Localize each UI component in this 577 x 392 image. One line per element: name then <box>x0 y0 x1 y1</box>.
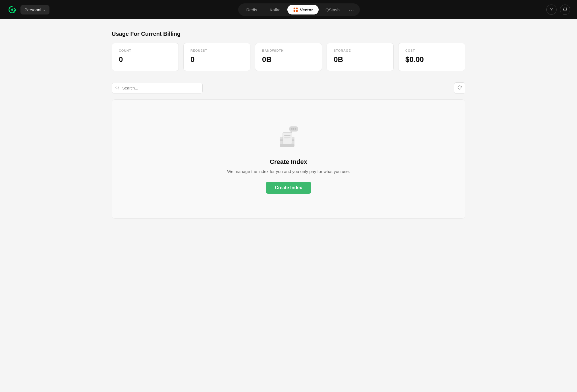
redis-tab-label: Redis <box>246 7 257 12</box>
nav-center: Redis Kafka Vector QStash ··· <box>56 3 542 16</box>
count-value: 0 <box>119 55 172 64</box>
storage-label: STORAGE <box>334 49 387 52</box>
empty-state-svg <box>276 125 301 150</box>
svg-point-9 <box>291 128 293 130</box>
create-index-button[interactable]: Create Index <box>266 182 311 194</box>
more-dots-icon: ··· <box>349 7 355 13</box>
svg-rect-5 <box>296 10 298 12</box>
bandwidth-value: 0B <box>262 55 315 64</box>
logo-area: Personal ⌄ <box>7 4 49 15</box>
help-icon: ? <box>550 7 553 12</box>
svg-point-10 <box>293 128 294 130</box>
svg-rect-3 <box>296 8 298 9</box>
billing-section: Usage For Current Billing COUNT 0 REQUES… <box>112 31 465 71</box>
qstash-tab-label: QStash <box>325 7 340 12</box>
search-input[interactable] <box>112 83 203 93</box>
bandwidth-label: BANDWIDTH <box>262 49 315 52</box>
count-label: COUNT <box>119 49 172 52</box>
bell-icon <box>563 7 568 13</box>
stat-card-storage: STORAGE 0B <box>327 43 394 71</box>
tab-qstash[interactable]: QStash <box>320 5 345 14</box>
tab-vector[interactable]: Vector <box>287 5 319 14</box>
chevron-down-icon: ⌄ <box>43 8 45 12</box>
stat-card-count: COUNT 0 <box>112 43 179 71</box>
workspace-label: Personal <box>24 7 41 12</box>
tab-redis[interactable]: Redis <box>240 5 263 14</box>
vector-tab-label: Vector <box>300 7 313 12</box>
topnav: Personal ⌄ Redis Kafka Vector <box>0 0 577 19</box>
nav-right-actions: ? <box>546 5 570 15</box>
empty-state-description: We manage the index for you and you only… <box>227 169 350 174</box>
request-value: 0 <box>190 55 243 64</box>
empty-state-area: Create Index We manage the index for you… <box>112 99 465 219</box>
cost-label: COST <box>405 49 458 52</box>
refresh-button[interactable] <box>454 82 465 94</box>
svg-point-11 <box>295 128 296 130</box>
search-wrap <box>112 83 203 93</box>
kafka-tab-label: Kafka <box>270 7 281 12</box>
svg-point-1 <box>11 9 13 11</box>
notifications-button[interactable] <box>560 5 570 15</box>
help-button[interactable]: ? <box>546 5 557 15</box>
stat-card-cost: COST $0.00 <box>398 43 465 71</box>
svg-rect-19 <box>280 144 294 147</box>
svg-rect-2 <box>294 8 295 9</box>
stats-row: COUNT 0 REQUEST 0 BANDWIDTH 0B STORAGE 0… <box>112 43 465 71</box>
cost-value: $0.00 <box>405 55 458 64</box>
request-label: REQUEST <box>190 49 243 52</box>
vector-icon <box>293 7 298 12</box>
upstash-logo-icon <box>7 4 18 15</box>
tab-kafka[interactable]: Kafka <box>264 5 286 14</box>
nav-tabs-container: Redis Kafka Vector QStash ··· <box>238 3 360 16</box>
svg-rect-4 <box>294 10 295 12</box>
stat-card-request: REQUEST 0 <box>183 43 250 71</box>
more-tabs-button[interactable]: ··· <box>346 7 358 13</box>
empty-state-title: Create Index <box>270 158 307 166</box>
search-row <box>112 82 465 94</box>
stat-card-bandwidth: BANDWIDTH 0B <box>255 43 322 71</box>
empty-illustration <box>276 125 301 150</box>
svg-rect-15 <box>283 133 292 144</box>
billing-section-title: Usage For Current Billing <box>112 31 465 37</box>
workspace-selector[interactable]: Personal ⌄ <box>20 5 49 14</box>
main-content: Usage For Current Billing COUNT 0 REQUES… <box>98 19 479 230</box>
refresh-icon <box>457 85 462 91</box>
storage-value: 0B <box>334 55 387 64</box>
